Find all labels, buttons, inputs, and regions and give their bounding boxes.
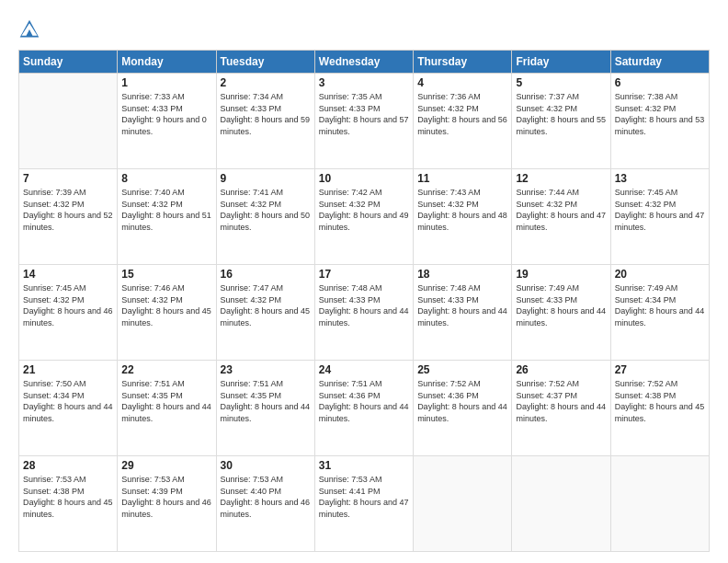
day-info: Sunrise: 7:50 AMSunset: 4:34 PMDaylight:… [23, 378, 113, 424]
calendar-day-cell: 19Sunrise: 7:49 AMSunset: 4:33 PMDayligh… [512, 265, 610, 361]
calendar-day-cell: 6Sunrise: 7:38 AMSunset: 4:32 PMDaylight… [610, 74, 709, 169]
day-number: 13 [615, 172, 705, 185]
logo [18, 15, 44, 40]
calendar-week-row: 1Sunrise: 7:33 AMSunset: 4:33 PMDaylight… [19, 74, 710, 169]
day-number: 10 [319, 172, 409, 185]
calendar-day-cell: 7Sunrise: 7:39 AMSunset: 4:32 PMDaylight… [19, 169, 118, 265]
calendar-day-cell: 24Sunrise: 7:51 AMSunset: 4:36 PMDayligh… [314, 361, 413, 456]
calendar-day-cell: 15Sunrise: 7:46 AMSunset: 4:32 PMDayligh… [118, 265, 216, 361]
day-number: 22 [121, 363, 211, 376]
weekday-header: Wednesday [314, 51, 413, 74]
day-info: Sunrise: 7:51 AMSunset: 4:35 PMDaylight:… [221, 378, 311, 424]
day-info: Sunrise: 7:53 AMSunset: 4:41 PMDaylight:… [319, 474, 409, 520]
day-info: Sunrise: 7:44 AMSunset: 4:32 PMDaylight:… [516, 187, 606, 233]
day-number: 28 [23, 459, 113, 472]
day-number: 18 [417, 268, 507, 281]
day-info: Sunrise: 7:52 AMSunset: 4:36 PMDaylight:… [417, 378, 507, 424]
day-info: Sunrise: 7:53 AMSunset: 4:40 PMDaylight:… [221, 474, 311, 520]
day-info: Sunrise: 7:43 AMSunset: 4:32 PMDaylight:… [417, 187, 507, 233]
weekday-header: Monday [118, 51, 216, 74]
day-info: Sunrise: 7:39 AMSunset: 4:32 PMDaylight:… [23, 187, 113, 233]
day-info: Sunrise: 7:45 AMSunset: 4:32 PMDaylight:… [615, 187, 705, 233]
day-number: 3 [319, 76, 409, 89]
day-number: 5 [516, 76, 606, 89]
calendar-day-cell: 23Sunrise: 7:51 AMSunset: 4:35 PMDayligh… [216, 361, 314, 456]
calendar-week-row: 21Sunrise: 7:50 AMSunset: 4:34 PMDayligh… [19, 361, 710, 456]
day-info: Sunrise: 7:53 AMSunset: 4:39 PMDaylight:… [121, 474, 211, 520]
day-number: 12 [516, 172, 606, 185]
calendar-table: SundayMondayTuesdayWednesdayThursdayFrid… [18, 50, 710, 552]
day-info: Sunrise: 7:38 AMSunset: 4:32 PMDaylight:… [615, 91, 705, 137]
calendar-day-cell: 21Sunrise: 7:50 AMSunset: 4:34 PMDayligh… [19, 361, 118, 456]
calendar-header-row: SundayMondayTuesdayWednesdayThursdayFrid… [19, 51, 710, 74]
day-number: 26 [516, 363, 606, 376]
day-info: Sunrise: 7:34 AMSunset: 4:33 PMDaylight:… [221, 91, 311, 137]
day-number: 2 [221, 76, 311, 89]
day-number: 23 [221, 363, 311, 376]
day-number: 20 [615, 268, 705, 281]
calendar-day-cell: 4Sunrise: 7:36 AMSunset: 4:32 PMDaylight… [414, 74, 512, 169]
day-number: 27 [615, 363, 705, 376]
calendar-day-cell: 11Sunrise: 7:43 AMSunset: 4:32 PMDayligh… [414, 169, 512, 265]
calendar-day-cell: 16Sunrise: 7:47 AMSunset: 4:32 PMDayligh… [216, 265, 314, 361]
day-number: 16 [221, 268, 311, 281]
weekday-header: Friday [512, 51, 610, 74]
day-number: 24 [319, 363, 409, 376]
calendar-day-cell: 22Sunrise: 7:51 AMSunset: 4:35 PMDayligh… [118, 361, 216, 456]
calendar-day-cell: 9Sunrise: 7:41 AMSunset: 4:32 PMDaylight… [216, 169, 314, 265]
calendar-day-cell: 2Sunrise: 7:34 AMSunset: 4:33 PMDaylight… [216, 74, 314, 169]
day-info: Sunrise: 7:48 AMSunset: 4:33 PMDaylight:… [417, 282, 507, 328]
calendar-day-cell [19, 74, 118, 169]
calendar-day-cell: 10Sunrise: 7:42 AMSunset: 4:32 PMDayligh… [314, 169, 413, 265]
calendar-day-cell [610, 456, 709, 552]
day-number: 6 [615, 76, 705, 89]
day-number: 11 [417, 172, 507, 185]
day-info: Sunrise: 7:52 AMSunset: 4:38 PMDaylight:… [615, 378, 705, 424]
day-number: 4 [417, 76, 507, 89]
day-number: 21 [23, 363, 113, 376]
day-info: Sunrise: 7:42 AMSunset: 4:32 PMDaylight:… [319, 187, 409, 233]
day-info: Sunrise: 7:40 AMSunset: 4:32 PMDaylight:… [121, 187, 211, 233]
day-number: 7 [23, 172, 113, 185]
day-info: Sunrise: 7:45 AMSunset: 4:32 PMDaylight:… [23, 282, 113, 328]
weekday-header: Saturday [610, 51, 709, 74]
weekday-header: Tuesday [216, 51, 314, 74]
logo-icon [18, 18, 40, 40]
day-info: Sunrise: 7:36 AMSunset: 4:32 PMDaylight:… [417, 91, 507, 137]
calendar-day-cell: 27Sunrise: 7:52 AMSunset: 4:38 PMDayligh… [610, 361, 709, 456]
day-info: Sunrise: 7:48 AMSunset: 4:33 PMDaylight:… [319, 282, 409, 328]
calendar-day-cell: 30Sunrise: 7:53 AMSunset: 4:40 PMDayligh… [216, 456, 314, 552]
header [18, 15, 710, 40]
calendar-day-cell: 28Sunrise: 7:53 AMSunset: 4:38 PMDayligh… [19, 456, 118, 552]
day-number: 8 [121, 172, 211, 185]
day-info: Sunrise: 7:49 AMSunset: 4:33 PMDaylight:… [516, 282, 606, 328]
day-info: Sunrise: 7:35 AMSunset: 4:33 PMDaylight:… [319, 91, 409, 137]
calendar-day-cell: 26Sunrise: 7:52 AMSunset: 4:37 PMDayligh… [512, 361, 610, 456]
day-info: Sunrise: 7:33 AMSunset: 4:33 PMDaylight:… [121, 91, 211, 137]
calendar-day-cell: 25Sunrise: 7:52 AMSunset: 4:36 PMDayligh… [414, 361, 512, 456]
day-info: Sunrise: 7:46 AMSunset: 4:32 PMDaylight:… [121, 282, 211, 328]
day-info: Sunrise: 7:51 AMSunset: 4:35 PMDaylight:… [121, 378, 211, 424]
calendar-week-row: 14Sunrise: 7:45 AMSunset: 4:32 PMDayligh… [19, 265, 710, 361]
calendar-week-row: 28Sunrise: 7:53 AMSunset: 4:38 PMDayligh… [19, 456, 710, 552]
weekday-header: Thursday [414, 51, 512, 74]
day-number: 30 [221, 459, 311, 472]
calendar-day-cell [512, 456, 610, 552]
day-number: 9 [221, 172, 311, 185]
day-info: Sunrise: 7:41 AMSunset: 4:32 PMDaylight:… [221, 187, 311, 233]
weekday-header: Sunday [19, 51, 118, 74]
day-info: Sunrise: 7:53 AMSunset: 4:38 PMDaylight:… [23, 474, 113, 520]
day-info: Sunrise: 7:52 AMSunset: 4:37 PMDaylight:… [516, 378, 606, 424]
page: SundayMondayTuesdayWednesdayThursdayFrid… [0, 0, 728, 563]
calendar-day-cell: 18Sunrise: 7:48 AMSunset: 4:33 PMDayligh… [414, 265, 512, 361]
calendar-day-cell: 1Sunrise: 7:33 AMSunset: 4:33 PMDaylight… [118, 74, 216, 169]
calendar-week-row: 7Sunrise: 7:39 AMSunset: 4:32 PMDaylight… [19, 169, 710, 265]
calendar-day-cell: 13Sunrise: 7:45 AMSunset: 4:32 PMDayligh… [610, 169, 709, 265]
day-number: 31 [319, 459, 409, 472]
day-number: 17 [319, 268, 409, 281]
day-number: 19 [516, 268, 606, 281]
calendar-day-cell: 8Sunrise: 7:40 AMSunset: 4:32 PMDaylight… [118, 169, 216, 265]
day-number: 15 [121, 268, 211, 281]
calendar-day-cell: 5Sunrise: 7:37 AMSunset: 4:32 PMDaylight… [512, 74, 610, 169]
calendar-day-cell: 20Sunrise: 7:49 AMSunset: 4:34 PMDayligh… [610, 265, 709, 361]
